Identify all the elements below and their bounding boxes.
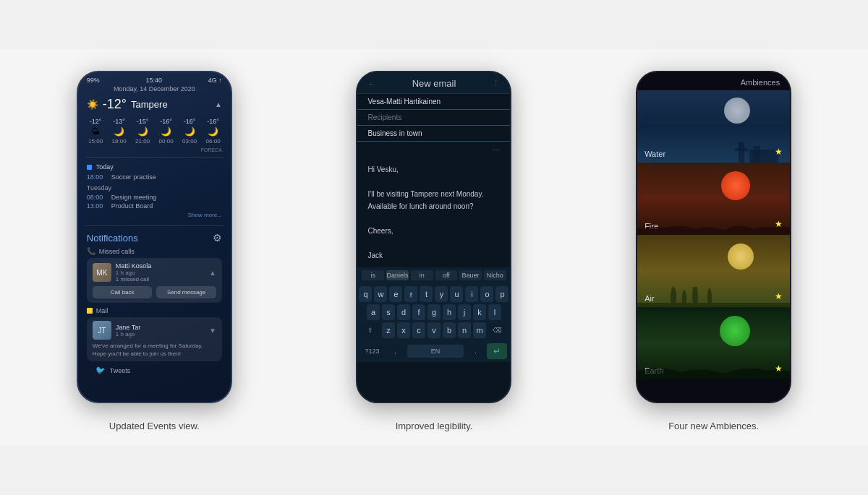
ambiences-header: Ambiences	[637, 72, 790, 90]
enter-key[interactable]: ↵	[487, 343, 507, 359]
key-e[interactable]: e	[389, 286, 402, 302]
key-p[interactable]: p	[495, 286, 509, 302]
key-v[interactable]: v	[427, 322, 441, 338]
key-n[interactable]: n	[458, 322, 471, 338]
ambience-fire[interactable]: Fire ★	[637, 163, 790, 235]
air-moon	[728, 244, 754, 270]
phone3-caption: Four new Ambiences.	[668, 421, 759, 431]
signal-indicator: 4G ↑	[208, 77, 222, 84]
key-h[interactable]: h	[443, 304, 456, 320]
keyboard-suggestions: is Daniels in off Bauer Nicho	[357, 267, 510, 283]
ambience-air[interactable]: Air ★	[637, 235, 790, 307]
forecast-item: -13° 🌙 18:00	[112, 118, 127, 145]
key-l[interactable]: l	[488, 304, 501, 320]
period-key[interactable]: .	[466, 345, 485, 358]
air-silhouette	[637, 287, 790, 307]
forecast-item: -12° 🌤 15:00	[88, 118, 103, 145]
ambience-water[interactable]: Water ★	[637, 90, 790, 163]
keyboard: q w e r t y u i o p a s d f g h	[357, 283, 510, 342]
suggestion-item[interactable]: in	[411, 270, 433, 280]
phone1-status-bar: 99% 15:40 4G ↑	[78, 72, 231, 85]
email-subject-value: Business in town	[367, 129, 500, 137]
mail-body: We've arranged for a meeting for Saturda…	[93, 342, 216, 358]
earth-moon	[720, 316, 750, 346]
weather-forecast: -12° 🌤 15:00 -13° 🌙 18:00 -15° 🌙 21:00 -…	[78, 115, 231, 147]
key-d[interactable]: d	[397, 304, 410, 320]
suggestion-item[interactable]: Bauer	[459, 270, 482, 280]
key-i[interactable]: i	[465, 286, 478, 302]
key-y[interactable]: y	[435, 286, 448, 302]
suggestion-item[interactable]: is	[362, 270, 384, 280]
svg-rect-3	[753, 146, 760, 163]
water-moon	[724, 98, 750, 124]
key-o[interactable]: o	[480, 286, 493, 302]
weather-main: ☀️ -12° Tampere ▲	[78, 94, 231, 115]
key-c[interactable]: c	[412, 322, 425, 338]
notifications-header: Notifications ⚙	[87, 232, 222, 244]
ambience-grid: Water ★ Fire ★	[637, 90, 790, 379]
today-dot	[87, 165, 92, 170]
page-container: 99% 15:40 4G ↑ Monday, 14 December 2020 …	[0, 49, 868, 446]
shift-key[interactable]: ⇧	[361, 322, 380, 338]
caller-name: Matti Kosola	[116, 262, 205, 270]
key-x[interactable]: x	[397, 322, 410, 338]
key-z[interactable]: z	[382, 322, 395, 338]
symbols-key[interactable]: ?123	[360, 345, 383, 358]
key-m[interactable]: m	[473, 322, 486, 338]
earth-star[interactable]: ★	[775, 363, 783, 374]
key-s[interactable]: s	[382, 304, 395, 320]
suggestion-item[interactable]: Daniels	[386, 270, 409, 280]
calendar-event: 18:00 Soccer practise	[87, 173, 222, 181]
weather-icon: ☀️	[87, 99, 98, 110]
forecast-item: -16° 🌙 03:00	[182, 118, 197, 145]
suggestion-item[interactable]: Nicho	[484, 270, 506, 280]
more-icon[interactable]: ⋮	[492, 79, 500, 88]
email-body[interactable]: Hi Vesku, I'll be visiting Tampere next …	[357, 158, 510, 267]
divider	[85, 157, 224, 158]
suggestion-item[interactable]: off	[435, 270, 458, 280]
fire-star[interactable]: ★	[775, 219, 783, 229]
notifications-settings-icon[interactable]: ⚙	[213, 232, 222, 244]
notifications-section: Notifications ⚙ 📞 Missed calls MK Matti …	[78, 228, 231, 384]
water-star[interactable]: ★	[775, 147, 783, 157]
key-q[interactable]: q	[359, 286, 372, 302]
expand-icon[interactable]: ▲	[209, 269, 216, 277]
email-subject-field[interactable]: Business in town	[357, 126, 510, 142]
ambience-earth[interactable]: Earth ★	[637, 307, 790, 379]
tweets-label: Tweets	[110, 367, 131, 374]
key-w[interactable]: w	[374, 286, 387, 302]
today-label: Today	[87, 163, 222, 171]
mail-label: Mail	[87, 307, 222, 314]
more-options-icon[interactable]: ···	[357, 142, 510, 158]
send-message-button[interactable]: Send message	[156, 286, 216, 298]
key-a[interactable]: a	[367, 304, 380, 320]
key-u[interactable]: u	[450, 286, 463, 302]
space-key[interactable]: EN	[407, 345, 464, 358]
key-r[interactable]: r	[404, 286, 417, 302]
expand-icon[interactable]: ▼	[209, 327, 216, 335]
phone3-section: Ambiences Water ★	[636, 71, 791, 431]
show-more-link[interactable]: Show more...	[87, 210, 222, 220]
keyboard-row2: a s d f g h j k l	[360, 304, 507, 320]
notifications-title: Notifications	[87, 233, 138, 244]
keyboard-bottom-row: ?123 , EN . ↵	[357, 342, 510, 362]
backspace-key[interactable]: ⌫	[488, 322, 507, 338]
back-icon[interactable]: ←	[367, 79, 375, 88]
key-t[interactable]: t	[420, 286, 433, 302]
key-j[interactable]: j	[458, 304, 471, 320]
key-f[interactable]: f	[412, 304, 425, 320]
email-body-text: Hi Vesku, I'll be visiting Tampere next …	[367, 163, 500, 262]
tweets-section: 🐦 Tweets	[87, 361, 222, 379]
phone2-caption: Improved legibility.	[396, 421, 473, 431]
call-back-button[interactable]: Call back	[93, 286, 153, 298]
key-g[interactable]: g	[427, 304, 441, 320]
key-b[interactable]: b	[443, 322, 456, 338]
key-k[interactable]: k	[473, 304, 486, 320]
mail-group: Mail JT Jane Tar 1 h ago ▼ We've arrange…	[87, 307, 222, 361]
air-star[interactable]: ★	[775, 291, 783, 301]
email-recipients-field[interactable]: Recipients	[357, 110, 510, 126]
svg-rect-0	[739, 142, 744, 163]
battery-indicator: 99%	[87, 77, 100, 84]
forecast-item: -16° 🌙 00:00	[159, 118, 174, 145]
comma-key[interactable]: ,	[386, 345, 405, 358]
